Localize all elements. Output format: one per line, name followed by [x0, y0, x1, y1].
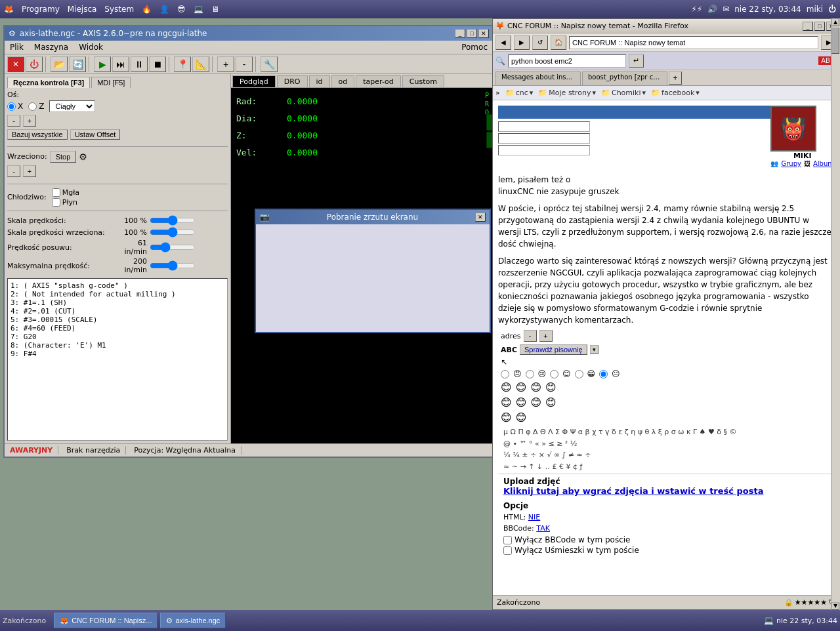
bbcode-value[interactable]: TAK: [536, 524, 550, 533]
tab-messages[interactable]: Messages about installing...: [495, 71, 581, 85]
url-bar[interactable]: [569, 36, 818, 49]
ff-maximize-button[interactable]: □: [814, 22, 825, 31]
emoji-1[interactable]: 😊: [501, 381, 512, 394]
taskbar-power[interactable]: ⏻: [828, 5, 836, 14]
pause-button[interactable]: ⏸: [131, 56, 148, 72]
jog-mode-select[interactable]: Ciągły: [49, 100, 95, 112]
smiley-radio-4[interactable]: [575, 370, 583, 378]
menu-system[interactable]: System: [104, 5, 134, 14]
menu-programy[interactable]: Programy: [22, 5, 60, 14]
taskbar-cnc-forum-button[interactable]: 🦊 CNC FORUM :: Napisz...: [54, 613, 158, 628]
smiley-radio-2[interactable]: [526, 370, 534, 378]
new-tab-button[interactable]: +: [669, 71, 682, 85]
scrollbar-thumb[interactable]: [831, 28, 839, 54]
address-minus-button[interactable]: -: [524, 330, 537, 342]
address-plus-button[interactable]: +: [539, 330, 553, 342]
axis-x-radio[interactable]: X: [7, 102, 23, 111]
coord-button[interactable]: 📐: [192, 56, 209, 72]
tab-boost-python[interactable]: boost_python [zpr c++ qu...: [582, 71, 667, 85]
stop-button[interactable]: Stop: [50, 151, 77, 163]
jog-plus-button[interactable]: +: [23, 115, 36, 127]
smiley-radio-input-5[interactable]: [599, 370, 608, 378]
smiley-radio-input-4[interactable]: [575, 370, 583, 378]
spindle-gear-icon[interactable]: ⚙: [79, 152, 87, 162]
spellcheck-button[interactable]: Sprawdź pisownię: [520, 344, 587, 355]
home-button[interactable]: 🏠: [551, 35, 566, 50]
remove-button[interactable]: -: [236, 56, 253, 72]
emoji-2[interactable]: 😊: [516, 381, 527, 394]
close-button[interactable]: ✕: [478, 29, 489, 38]
axis-z-input[interactable]: [28, 102, 37, 111]
form-field-1[interactable]: [498, 121, 590, 132]
emoji-9[interactable]: 😊: [501, 411, 512, 424]
smiley-1[interactable]: 😠: [513, 369, 522, 378]
axis-z-radio[interactable]: Z: [28, 102, 44, 111]
scroll-down-button[interactable]: ▼: [831, 602, 839, 610]
menu-plik[interactable]: Plik: [7, 42, 26, 52]
stop-run-button[interactable]: ⏹: [149, 56, 166, 72]
smiley-radio-5[interactable]: [599, 370, 608, 378]
run-button[interactable]: ▶: [94, 56, 111, 72]
maximize-button[interactable]: □: [467, 29, 477, 38]
mgla-checkbox[interactable]: [52, 188, 60, 197]
form-field-2[interactable]: [498, 133, 590, 144]
step-forward-button[interactable]: ⏭: [112, 56, 129, 72]
axis-x-input[interactable]: [7, 102, 16, 111]
emoji-5[interactable]: 😊: [501, 396, 512, 409]
tab-custom[interactable]: Custom: [402, 75, 444, 87]
smiley-radio-input-3[interactable]: [550, 370, 558, 378]
emoji-4[interactable]: 😊: [545, 381, 556, 394]
menu-miejsca[interactable]: Miejsca: [68, 5, 97, 14]
spindle-minus-button[interactable]: -: [7, 165, 20, 177]
spindle-scale-slider[interactable]: [150, 227, 196, 237]
smileys-disable-checkbox[interactable]: [503, 546, 512, 555]
bookmark-chomiki[interactable]: 📁 Chomiki▾: [601, 89, 646, 97]
upload-link[interactable]: Kliknij tutaj aby wgrać zdjęcia i wstawi…: [503, 486, 764, 496]
jog-minus-button[interactable]: -: [7, 115, 20, 127]
emoji-7[interactable]: 😊: [530, 396, 541, 409]
spellcheck-dropdown[interactable]: ▾: [590, 345, 598, 354]
smiley-3[interactable]: 😊: [562, 369, 571, 378]
spindle-plus-button[interactable]: +: [23, 165, 36, 177]
refresh-button[interactable]: ↺: [532, 35, 548, 50]
tab-taper-od[interactable]: taper-od: [356, 75, 401, 87]
max-speed-slider[interactable]: [150, 260, 196, 271]
smiley-radio-input-1[interactable]: [501, 370, 509, 378]
smiley-radio-input-2[interactable]: [526, 370, 534, 378]
plyn-checkbox[interactable]: [52, 198, 60, 207]
tab-mdi[interactable]: MDI [F5]: [91, 77, 131, 88]
scrollbar-right[interactable]: ▲ ▼: [831, 18, 840, 610]
search-input[interactable]: [508, 54, 626, 68]
scroll-up-button[interactable]: ▲: [831, 18, 839, 26]
power-button[interactable]: ⏻: [26, 56, 43, 72]
touch-off-button[interactable]: 📍: [174, 56, 191, 72]
smiley-5[interactable]: 😐: [612, 369, 620, 378]
menu-widok[interactable]: Widok: [76, 42, 106, 52]
tab-dro[interactable]: DRO: [277, 75, 308, 87]
speed-scale-slider[interactable]: [150, 215, 196, 226]
open-file-button[interactable]: 📂: [51, 56, 68, 72]
taskbar-mail[interactable]: ✉: [723, 5, 729, 14]
smiley-4[interactable]: 😁: [587, 369, 596, 378]
smiley-radio-1[interactable]: [501, 370, 509, 378]
touch-offset-button[interactable]: Ustaw Offset: [70, 129, 121, 140]
taskbar-volume[interactable]: 🔊: [707, 5, 717, 14]
feed-rate-slider[interactable]: [150, 242, 196, 253]
smiley-2[interactable]: 😢: [538, 369, 547, 378]
forward-button[interactable]: ▶: [514, 35, 530, 50]
html-value[interactable]: NIE: [528, 513, 540, 521]
tab-podglad[interactable]: Podgląd: [232, 75, 276, 87]
form-field-3[interactable]: [498, 145, 590, 155]
search-go-button[interactable]: ↵: [629, 54, 644, 68]
tab-id[interactable]: id: [309, 75, 330, 87]
bookmark-moje-strony[interactable]: 📁 Moje strony▾: [538, 89, 596, 97]
bbcode-disable-checkbox[interactable]: [503, 536, 512, 544]
ff-minimize-button[interactable]: _: [803, 22, 813, 31]
reload-button[interactable]: 🔄: [69, 56, 86, 72]
tab-manual-control[interactable]: Ręczna kontrola [F3]: [7, 77, 90, 88]
add-button[interactable]: +: [217, 56, 234, 72]
menu-pomoc[interactable]: Pomoc: [459, 42, 490, 52]
smiley-radio-3[interactable]: [550, 370, 558, 378]
minimize-button[interactable]: _: [455, 29, 465, 38]
menu-maszyna[interactable]: Maszyna: [32, 42, 71, 52]
